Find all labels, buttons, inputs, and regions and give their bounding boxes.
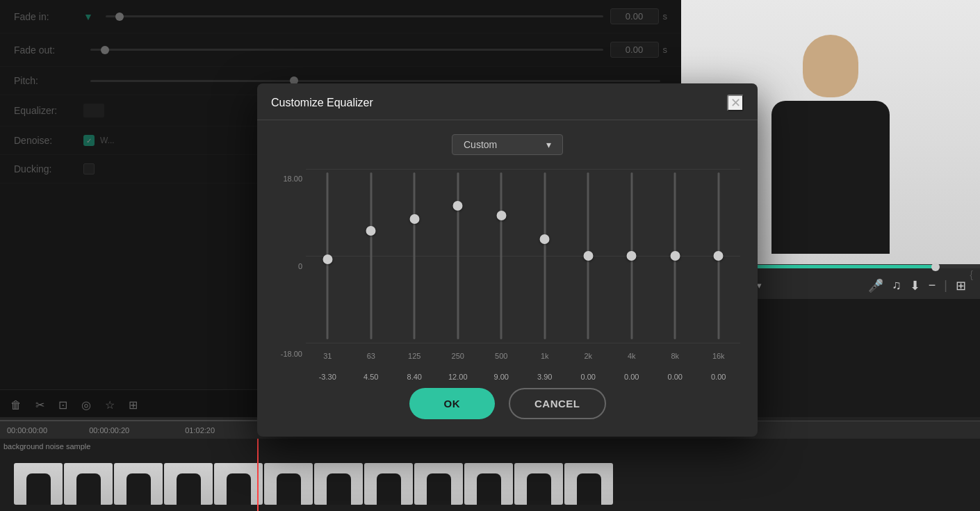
eq-band-125 [393,169,436,343]
import-icon[interactable]: ⬇ [910,278,920,293]
eq-band-4k [610,169,654,343]
person-head [803,35,858,97]
value-label-2k: 0.00 [566,373,610,381]
thumb-8 [364,463,413,505]
value-label-63: 4.50 [350,373,393,381]
thumb-5 [214,463,263,505]
mic-icon[interactable]: 🎤 [868,278,883,293]
timeline-thumbs [0,439,980,511]
freq-label-63: 63 [350,352,393,360]
band-thumb-250[interactable] [453,201,463,211]
value-label-500: 9.00 [480,373,523,381]
band-track-16k[interactable] [717,172,719,339]
thumb-person-6 [264,463,313,505]
thumb-person-2 [64,463,113,505]
eq-area: 18.00 0 -18.00 31631252505001k2k4k8k16k … [275,169,740,364]
time-marker-3: 01:02:20 [185,426,215,435]
eq-bands [306,169,740,343]
progress-thumb[interactable] [931,263,940,271]
band-track-4k[interactable] [630,172,632,339]
band-track-125[interactable] [414,172,416,339]
freq-label-2k: 2k [566,352,610,360]
thumb-person-5 [214,463,263,505]
value-labels: -3.304.508.4012.009.003.900.000.000.000.… [306,373,740,381]
preset-label: Custom [464,139,497,150]
thumb-10 [464,463,513,505]
thumb-person-10 [464,463,513,505]
eq-band-8k [653,169,697,343]
freq-label-500: 500 [480,352,523,360]
thumb-3 [114,463,163,505]
value-label-125: 8.40 [393,373,436,381]
y-label-bottom: -18.00 [281,350,302,358]
y-label-top: 18.00 [283,175,302,183]
separator: | [944,278,947,293]
thumb-person-1 [14,463,63,505]
y-axis-labels: 18.00 0 -18.00 [275,169,306,364]
band-thumb-1k[interactable] [540,234,550,244]
band-track-8k[interactable] [674,172,676,339]
band-thumb-125[interactable] [409,214,419,224]
freq-label-4k: 4k [610,352,654,360]
eq-band-2k [566,169,610,343]
thumb-person-9 [414,463,463,505]
person-body [771,101,890,254]
preset-select[interactable]: Custom ▾ [452,134,563,155]
band-thumb-31[interactable] [322,254,332,264]
freq-label-1k: 1k [523,352,567,360]
expand-icon[interactable]: ⊞ [956,278,966,293]
time-marker-2: 00:00:00:20 [89,426,129,435]
person-silhouette [761,21,900,264]
minus-icon[interactable]: − [929,278,936,293]
time-marker-1: 00:00:00:00 [7,426,47,435]
freq-label-125: 125 [393,352,436,360]
band-track-2k[interactable] [587,172,589,339]
chevron-down-icon: ▾ [546,139,551,150]
thumb-11 [514,463,563,505]
value-label-31: -3.30 [306,373,350,381]
band-track-1k[interactable] [544,172,546,339]
band-track-31[interactable] [327,172,329,339]
value-label-1k: 3.90 [523,373,567,381]
music-notes-icon[interactable]: ♫ [892,278,901,293]
freq-label-250: 250 [436,352,480,360]
thumb-person-11 [514,463,563,505]
band-track-500[interactable] [500,172,503,339]
eq-band-31 [306,169,350,343]
band-thumb-4k[interactable] [627,251,637,261]
cancel-button[interactable]: CANCEL [509,388,606,419]
grid-bottom [306,343,740,343]
freq-label-16k: 16k [697,352,741,360]
band-thumb-8k[interactable] [670,251,680,261]
eq-band-1k [523,169,567,343]
thumb-person-3 [114,463,163,505]
thumb-2 [64,463,113,505]
ok-button[interactable]: OK [409,388,496,419]
eq-dialog: Customize Equalizer ✕ Custom ▾ 18.00 0 -… [257,83,758,437]
thumb-person-8 [364,463,413,505]
band-thumb-16k[interactable] [714,251,724,261]
eq-band-250 [436,169,480,343]
noise-label: background noise sample [3,442,90,451]
band-track-63[interactable] [370,172,372,339]
band-thumb-63[interactable] [366,226,376,236]
value-label-250: 12.00 [436,373,480,381]
close-button[interactable]: ✕ [727,95,744,111]
thumb-person-12 [564,463,613,505]
thumb-9 [414,463,463,505]
time-chevron[interactable]: ▾ [757,280,762,291]
thumb-person-7 [314,463,363,505]
y-label-middle: 0 [298,262,302,270]
band-thumb-2k[interactable] [583,251,593,261]
dialog-footer: OK CANCEL [257,378,758,423]
bracket-icon: { [970,269,973,280]
dialog-title: Customize Equalizer [271,97,373,109]
band-thumb-500[interactable] [496,211,506,220]
freq-label-8k: 8k [653,352,697,360]
dialog-body: Custom ▾ 18.00 0 -18.00 3163125 [257,120,758,378]
dialog-header: Customize Equalizer ✕ [257,83,758,120]
value-label-8k: 0.00 [653,373,697,381]
thumb-4 [164,463,213,505]
timeline-tracks: background noise sample [0,439,980,511]
band-track-250[interactable] [457,172,459,339]
